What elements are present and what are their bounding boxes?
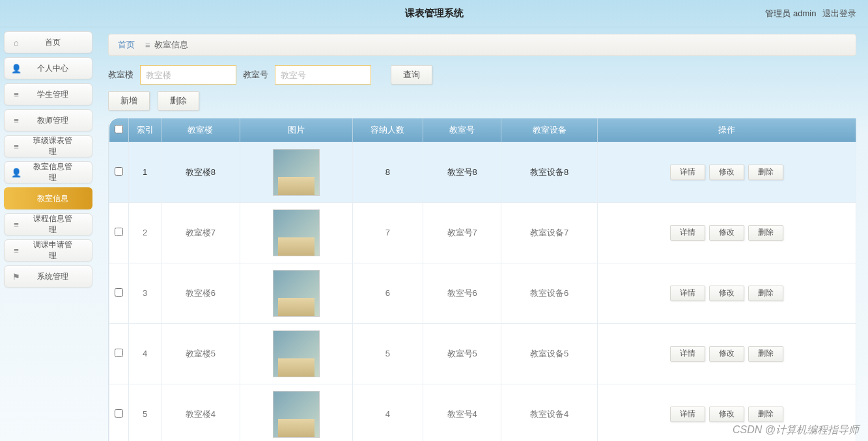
col-header-1: 索引 <box>129 118 161 142</box>
edit-button[interactable]: 修改 <box>709 165 744 180</box>
row-checkbox[interactable] <box>115 349 123 357</box>
sidebar: ⌂首页👤个人中心≡学生管理≡教师管理≡班级课表管理👤教室信息管理教室信息≡课程信… <box>0 27 96 441</box>
list-icon: ≡ <box>145 40 150 50</box>
row-delete-button[interactable]: 删除 <box>748 165 783 180</box>
row-checkbox[interactable] <box>115 167 123 176</box>
cell-building: 教室楼8 <box>161 142 240 202</box>
detail-button[interactable]: 详情 <box>670 165 705 180</box>
data-table: 索引教室楼图片容纳人数教室号教室设备操作 1 教室楼8 8 教室号8 教室设备8… <box>109 118 856 441</box>
cell-image <box>240 263 352 323</box>
building-label: 教室楼 <box>108 69 133 81</box>
user-area: 管理员 admin 退出登录 <box>765 8 856 20</box>
cell-equip: 教室设备8 <box>501 142 597 202</box>
add-button[interactable]: 新增 <box>108 91 150 111</box>
cell-capacity: 4 <box>352 384 423 441</box>
edit-button[interactable]: 修改 <box>709 407 744 422</box>
detail-button[interactable]: 详情 <box>670 346 705 362</box>
col-header-7: 操作 <box>597 118 856 142</box>
sidebar-item-0[interactable]: ⌂首页 <box>4 31 92 53</box>
list-icon: ≡ <box>11 220 21 230</box>
cell-room: 教室号8 <box>423 142 501 202</box>
room-image <box>273 270 320 317</box>
row-delete-button[interactable]: 删除 <box>748 225 783 241</box>
list-icon: ≡ <box>11 142 21 152</box>
detail-button[interactable]: 详情 <box>670 286 705 301</box>
cell-equip: 教室设备7 <box>501 202 597 263</box>
cell-actions: 详情 修改 删除 <box>597 384 856 441</box>
sidebar-item-label: 教室信息管理 <box>31 161 75 183</box>
sidebar-item-label: 教室信息 <box>30 193 76 204</box>
cell-actions: 详情 修改 删除 <box>597 202 856 263</box>
room-image <box>273 391 320 438</box>
sidebar-item-7[interactable]: ≡课程信息管理 <box>4 213 92 235</box>
sidebar-item-label: 调课申请管理 <box>31 239 75 261</box>
list-icon: ≡ <box>11 246 21 256</box>
list-icon: ≡ <box>11 116 21 126</box>
row-delete-button[interactable]: 删除 <box>748 286 783 301</box>
sidebar-item-label: 首页 <box>31 37 75 48</box>
cell-image <box>240 202 352 263</box>
sidebar-item-label: 课程信息管理 <box>31 213 75 235</box>
sidebar-item-2[interactable]: ≡学生管理 <box>4 83 92 105</box>
row-checkbox[interactable] <box>115 409 123 418</box>
col-header-4: 容纳人数 <box>352 118 423 142</box>
cell-capacity: 7 <box>352 202 423 263</box>
sidebar-item-label: 系统管理 <box>31 271 75 282</box>
cell-equip: 教室设备6 <box>501 263 597 323</box>
room-input[interactable] <box>275 65 371 85</box>
home-icon: ⌂ <box>11 38 21 47</box>
sidebar-item-8[interactable]: ≡调课申请管理 <box>4 239 92 261</box>
sidebar-item-5[interactable]: 👤教室信息管理 <box>4 161 92 183</box>
table-row[interactable]: 3 教室楼6 6 教室号6 教室设备6 详情 修改 删除 <box>109 263 856 323</box>
cell-index: 4 <box>129 323 161 384</box>
cell-index: 1 <box>129 142 161 202</box>
cell-index: 2 <box>129 202 161 263</box>
edit-button[interactable]: 修改 <box>709 225 744 241</box>
data-table-wrap: 索引教室楼图片容纳人数教室号教室设备操作 1 教室楼8 8 教室号8 教室设备8… <box>108 118 856 441</box>
cell-building: 教室楼5 <box>161 323 240 384</box>
main-content: 首页 ≡ 教室信息 教室楼 教室号 查询 新增 删除 索引教室楼图片容纳人数教室… <box>96 27 868 441</box>
query-button[interactable]: 查询 <box>391 65 432 85</box>
cell-building: 教室楼6 <box>161 263 240 323</box>
user-name: admin <box>793 8 816 18</box>
col-header-5: 教室号 <box>423 118 501 142</box>
cell-building: 教室楼4 <box>161 384 240 441</box>
cell-capacity: 6 <box>352 263 423 323</box>
select-all-checkbox[interactable] <box>115 125 123 133</box>
app-title: 课表管理系统 <box>405 7 464 20</box>
logout-link[interactable]: 退出登录 <box>822 8 856 18</box>
row-checkbox[interactable] <box>115 228 123 236</box>
cell-room: 教室号4 <box>423 384 501 441</box>
sidebar-item-9[interactable]: ⚑系统管理 <box>4 265 92 287</box>
cell-room: 教室号5 <box>423 323 501 384</box>
cell-actions: 详情 修改 删除 <box>597 263 856 323</box>
detail-button[interactable]: 详情 <box>670 407 705 422</box>
user-icon: 👤 <box>11 168 21 178</box>
sidebar-item-3[interactable]: ≡教师管理 <box>4 109 92 131</box>
breadcrumb-home[interactable]: 首页 <box>118 39 135 51</box>
edit-button[interactable]: 修改 <box>709 286 744 301</box>
table-row[interactable]: 5 教室楼4 4 教室号4 教室设备4 详情 修改 删除 <box>109 384 856 441</box>
sidebar-item-label: 学生管理 <box>31 89 75 100</box>
detail-button[interactable]: 详情 <box>670 225 705 241</box>
edit-button[interactable]: 修改 <box>709 346 744 362</box>
room-label: 教室号 <box>243 69 268 81</box>
col-header-3: 图片 <box>240 118 352 142</box>
breadcrumb: 首页 ≡ 教室信息 <box>108 34 856 56</box>
cell-equip: 教室设备5 <box>501 323 597 384</box>
table-row[interactable]: 1 教室楼8 8 教室号8 教室设备8 详情 修改 删除 <box>109 142 856 202</box>
top-actions: 新增 删除 <box>108 91 856 111</box>
table-row[interactable]: 4 教室楼5 5 教室号5 教室设备5 详情 修改 删除 <box>109 323 856 384</box>
building-input[interactable] <box>140 65 236 85</box>
sidebar-item-1[interactable]: 👤个人中心 <box>4 57 92 79</box>
sidebar-item-6[interactable]: 教室信息 <box>4 187 92 209</box>
sidebar-item-4[interactable]: ≡班级课表管理 <box>4 135 92 157</box>
cell-actions: 详情 修改 删除 <box>597 142 856 202</box>
col-header-6: 教室设备 <box>501 118 597 142</box>
table-row[interactable]: 2 教室楼7 7 教室号7 教室设备7 详情 修改 删除 <box>109 202 856 263</box>
delete-button[interactable]: 删除 <box>158 91 199 111</box>
row-delete-button[interactable]: 删除 <box>748 407 783 422</box>
cell-building: 教室楼7 <box>161 202 240 263</box>
row-delete-button[interactable]: 删除 <box>748 346 783 362</box>
row-checkbox[interactable] <box>115 288 123 297</box>
